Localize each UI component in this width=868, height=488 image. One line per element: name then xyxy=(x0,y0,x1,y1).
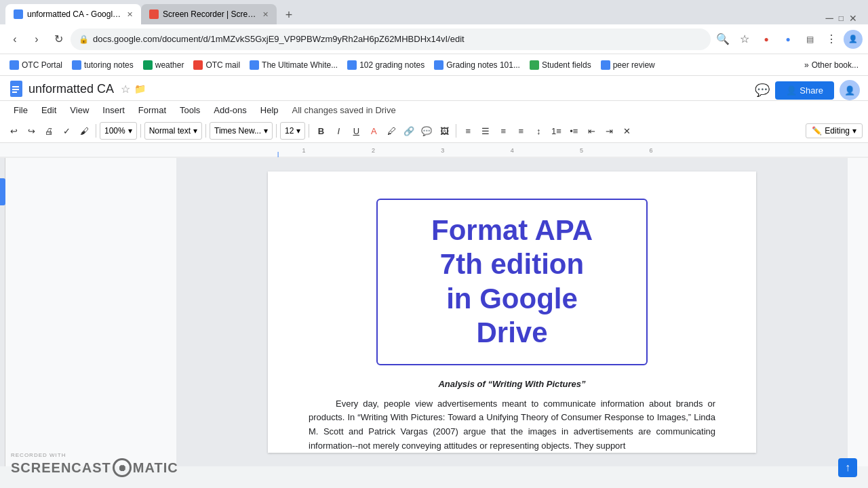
bookmark-peer-review[interactable]: peer review xyxy=(597,59,659,71)
title-box: Format APA 7th edition in Google Drive xyxy=(376,199,648,365)
docs-logo-icon xyxy=(8,81,24,97)
bullet-list-button[interactable]: •≡ xyxy=(566,122,582,140)
tab-title-1: unformatted CA - Google Docs xyxy=(27,9,123,19)
bookmark-otc-portal[interactable]: OTC Portal xyxy=(5,59,66,71)
print-button[interactable]: 🖨 xyxy=(41,122,57,140)
italic-button[interactable]: I xyxy=(330,122,347,140)
fontsize-dropdown[interactable]: 12 ▾ xyxy=(280,122,305,140)
editing-mode-button[interactable]: ✏️ Editing ▾ xyxy=(806,123,863,138)
tab-active[interactable]: unformatted CA - Google Docs ✕ xyxy=(5,4,141,24)
align-center-button[interactable]: ☰ xyxy=(477,122,494,140)
tab-favicon-1 xyxy=(14,9,23,19)
svg-text:2: 2 xyxy=(372,147,375,154)
numbered-list-button[interactable]: 1≡ xyxy=(548,122,564,140)
line-spacing-button[interactable]: ↕ xyxy=(530,122,547,140)
paint-format-button[interactable]: 🖌 xyxy=(76,122,92,140)
text-color-button[interactable]: A xyxy=(366,122,382,140)
toolbar-sep-1 xyxy=(96,124,96,138)
close-button[interactable]: ✕ xyxy=(849,13,857,24)
menu-edit[interactable]: Edit xyxy=(36,102,62,118)
bookmark-ultimate[interactable]: The Ultimate White... xyxy=(245,59,342,71)
docs-header: unformatted CA ☆ 📁 💬 👤 Share 👤 xyxy=(0,76,868,101)
extension2-icon[interactable]: ● xyxy=(778,30,797,49)
bookmark-weather[interactable]: weather xyxy=(139,59,189,71)
maximize-button[interactable]: □ xyxy=(839,14,844,23)
decrease-indent-button[interactable]: ⇤ xyxy=(583,122,599,140)
user-avatar[interactable]: 👤 xyxy=(840,80,860,100)
menu-help[interactable]: Help xyxy=(255,102,284,118)
menu-file[interactable]: File xyxy=(8,102,33,118)
menu-addons[interactable]: Add-ons xyxy=(208,102,252,118)
bookmark-student-fields[interactable]: Student fields xyxy=(526,59,595,71)
share-button[interactable]: 👤 Share xyxy=(775,81,834,100)
justify-button[interactable]: ≡ xyxy=(513,122,529,140)
doc-page-area[interactable]: Format APA 7th edition in Google Drive A… xyxy=(176,158,848,466)
bookmark-favicon-4 xyxy=(193,60,203,70)
address-text: docs.google.com/document/d/1mMZvkS5GxjE9… xyxy=(93,34,465,44)
svg-text:3: 3 xyxy=(441,147,444,154)
address-bar[interactable]: 🔒 docs.google.com/document/d/1mMZvkS5Gxj… xyxy=(71,28,711,50)
new-tab-button[interactable]: + xyxy=(279,5,298,24)
menu-insert[interactable]: Insert xyxy=(97,102,130,118)
menu-tools[interactable]: Tools xyxy=(174,102,205,118)
bookmark-101-grading[interactable]: Grading notes 101... xyxy=(430,59,524,71)
body-paragraph-1: Every day, people view advertisements me… xyxy=(309,397,715,453)
underline-button[interactable]: U xyxy=(348,122,364,140)
avatar-icon[interactable]: 👤 xyxy=(844,30,863,49)
clear-formatting-button[interactable]: ✕ xyxy=(618,122,635,140)
align-left-button[interactable]: ≡ xyxy=(460,122,476,140)
bookmark-star-icon[interactable]: ☆ xyxy=(735,30,754,49)
pencil-icon: ✏️ xyxy=(812,126,822,136)
zoom-dropdown[interactable]: 100% ▾ xyxy=(100,122,137,140)
svg-rect-2 xyxy=(12,89,19,90)
bookmark-label-9: peer review xyxy=(613,60,655,70)
font-dropdown[interactable]: Times New... ▾ xyxy=(210,122,273,140)
svg-rect-4 xyxy=(0,143,868,158)
bookmark-102-grading[interactable]: 102 grading notes xyxy=(343,59,429,71)
svg-text:6: 6 xyxy=(649,147,652,154)
bookmark-favicon-9 xyxy=(601,60,610,70)
editing-label: Editing xyxy=(825,126,850,136)
svg-rect-1 xyxy=(12,86,19,87)
highlight-button[interactable]: 🖊 xyxy=(383,122,399,140)
tab-close-1[interactable]: ✕ xyxy=(127,10,133,19)
bookmark-label-3: weather xyxy=(155,60,184,70)
menu-icon[interactable]: ⋮ xyxy=(822,30,841,49)
menu-view[interactable]: View xyxy=(64,102,94,118)
redo-button[interactable]: ↪ xyxy=(23,122,39,140)
more-bookmarks-button[interactable]: » Other book... xyxy=(800,59,863,71)
tab-inactive[interactable]: Screen Recorder | Screencast-O... ✕ xyxy=(141,4,277,24)
image-button[interactable]: 🖼 xyxy=(436,122,452,140)
doc-body[interactable]: Every day, people view advertisements me… xyxy=(309,397,715,453)
content-area: Format APA 7th edition in Google Drive A… xyxy=(0,158,868,466)
minimize-button[interactable]: ─ xyxy=(825,12,833,24)
doc-folder-icon[interactable]: 📁 xyxy=(134,83,146,94)
undo-button[interactable]: ↩ xyxy=(5,122,22,140)
bold-button[interactable]: B xyxy=(313,122,329,140)
spell-check-button[interactable]: ✓ xyxy=(58,122,75,140)
extension3-icon[interactable]: ▤ xyxy=(800,30,819,49)
style-dropdown[interactable]: Normal text ▾ xyxy=(144,122,202,140)
menu-format[interactable]: Format xyxy=(133,102,172,118)
forward-button[interactable]: › xyxy=(27,30,46,49)
link-button[interactable]: 🔗 xyxy=(401,122,417,140)
tab-close-2[interactable]: ✕ xyxy=(262,10,269,19)
increase-indent-button[interactable]: ⇥ xyxy=(601,122,617,140)
title-box-text: Format APA 7th edition in Google Drive xyxy=(391,214,633,350)
back-button[interactable]: ‹ xyxy=(5,30,24,49)
search-icon[interactable]: 🔍 xyxy=(713,30,732,49)
extensions-icon[interactable]: ● xyxy=(757,30,776,49)
bookmark-label-7: Grading notes 101... xyxy=(446,60,520,70)
reload-button[interactable]: ↻ xyxy=(49,30,68,49)
doc-star-icon[interactable]: ☆ xyxy=(121,83,130,96)
align-right-button[interactable]: ≡ xyxy=(495,122,511,140)
nav-bar: ‹ › ↻ 🔒 docs.google.com/document/d/1mMZv… xyxy=(0,24,868,54)
comment-button[interactable]: 💬 xyxy=(418,122,435,140)
title-line3: in Google xyxy=(446,283,578,314)
bookmark-otc-mail[interactable]: OTC mail xyxy=(189,59,244,71)
bookmark-tutoring[interactable]: tutoring notes xyxy=(68,59,138,71)
more-bookmarks-icon: » xyxy=(804,60,809,70)
tab-favicon-2 xyxy=(149,9,159,19)
comments-icon[interactable]: 💬 xyxy=(755,83,770,98)
scroll-to-top-button[interactable]: ↑ xyxy=(838,458,857,477)
